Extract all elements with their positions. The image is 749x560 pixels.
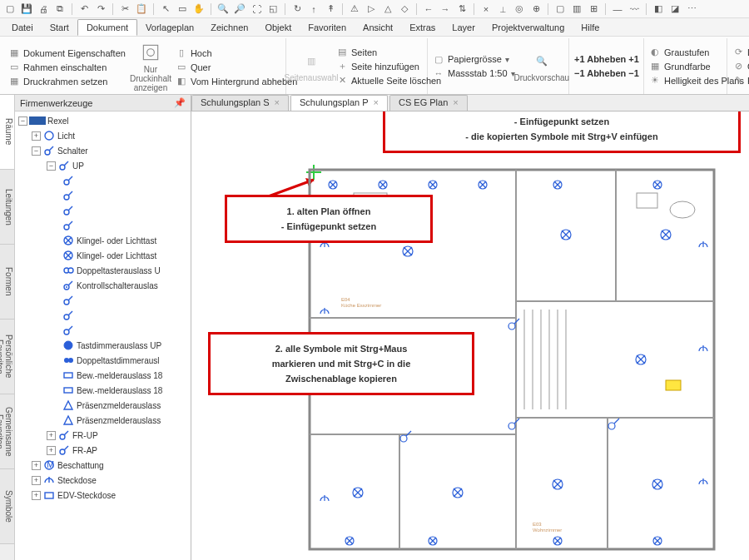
- cut-icon[interactable]: ✂: [118, 2, 131, 16]
- side-tab-rooms[interactable]: Räume: [0, 95, 14, 170]
- ribbon-orient-landscape[interactable]: ▭Quer: [176, 61, 297, 74]
- tree-item[interactable]: Doppeltastdimmerausl: [15, 353, 191, 368]
- marker-icon[interactable]: ◇: [398, 2, 411, 16]
- tool-icon[interactable]: ↑: [307, 2, 320, 16]
- tree-frap[interactable]: +FR-AP: [15, 443, 191, 458]
- misc1-icon[interactable]: ×: [479, 2, 493, 16]
- tree-frup[interactable]: +FR-UP: [15, 428, 191, 443]
- sq1-icon[interactable]: ▢: [553, 2, 567, 16]
- doc-tab-2[interactable]: CS EG Plan×: [389, 95, 468, 111]
- tree-item[interactable]: [15, 293, 191, 308]
- sq3-icon[interactable]: ⊞: [587, 2, 600, 16]
- ribbon-printframe[interactable]: ▦Druckrahmen setzen: [8, 75, 126, 88]
- tool2-icon[interactable]: ↟: [324, 2, 337, 16]
- ribbon-lift-up[interactable]: +1 Abheben +1: [574, 52, 639, 66]
- tree-item[interactable]: [15, 203, 191, 218]
- ribbon-papersize[interactable]: ▢Papiergrösse ▾: [433, 52, 515, 66]
- zoom-out-icon[interactable]: 🔎: [233, 2, 246, 16]
- ribbon-orient-portrait[interactable]: ▯Hoch: [176, 47, 297, 60]
- ribbon-edit-pos[interactable]: ✎Position bearbeiten: [732, 74, 749, 87]
- refresh-icon[interactable]: ↻: [290, 2, 304, 16]
- close-icon[interactable]: ×: [453, 97, 458, 107]
- tree-item[interactable]: Klingel- oder Lichttast: [15, 248, 191, 263]
- redo-icon[interactable]: ↷: [94, 2, 107, 16]
- copy-icon[interactable]: ⧉: [53, 2, 67, 16]
- warn-icon[interactable]: ⚠: [348, 2, 361, 16]
- tree-besch[interactable]: +MBeschattung: [15, 458, 191, 473]
- menu-hilfe[interactable]: Hilfe: [573, 20, 608, 35]
- tree-item[interactable]: [15, 173, 191, 188]
- tree-item[interactable]: Klingel- oder Lichttast: [15, 233, 191, 248]
- menu-start[interactable]: Start: [42, 20, 77, 35]
- pin-icon[interactable]: 📌: [174, 97, 186, 108]
- tree-item[interactable]: Präsenzmelderauslass: [15, 413, 191, 428]
- line-icon[interactable]: —: [611, 2, 624, 16]
- tree-item[interactable]: Tastdimmerauslass UP: [15, 338, 191, 353]
- menu-dokument[interactable]: Dokument: [77, 19, 137, 36]
- menu-favoriten[interactable]: Favoriten: [300, 20, 355, 35]
- undo-icon[interactable]: ↶: [77, 2, 91, 16]
- menu-extras[interactable]: Extras: [401, 20, 444, 35]
- ribbon-printonly[interactable]: Nur Druckinhaltanzeigen: [131, 40, 171, 94]
- menu-ansicht[interactable]: Ansicht: [355, 20, 401, 35]
- side-tab-lines[interactable]: Leitungen: [0, 170, 14, 245]
- tree-item[interactable]: [15, 308, 191, 323]
- side-tab-shapes[interactable]: Formen: [0, 245, 14, 320]
- doc-tab-0[interactable]: Schulungsplan S×: [191, 95, 289, 111]
- wave-icon[interactable]: 〰: [627, 2, 641, 16]
- menu-objekt[interactable]: Objekt: [256, 20, 300, 35]
- hand-icon[interactable]: ✋: [192, 2, 206, 16]
- zoom-in-icon[interactable]: 🔍: [216, 2, 230, 16]
- zoom-window-icon[interactable]: ◱: [266, 2, 280, 16]
- side-tab-shared[interactable]: Gemeinsame Favoriten: [0, 394, 14, 469]
- tool3-icon[interactable]: ⇅: [455, 2, 469, 16]
- ribbon-print-preview[interactable]: 🔍 Druckvorschau: [520, 40, 563, 92]
- ribbon-frame-on[interactable]: ▭Rahmen einschalten: [8, 61, 126, 74]
- tree-item[interactable]: Bew.-melderauslass 18: [15, 368, 191, 383]
- menu-projekt[interactable]: Projektverwaltung: [484, 20, 573, 35]
- clip-icon[interactable]: ◧: [652, 2, 665, 16]
- tree-edv[interactable]: +EDV-Steckdose: [15, 488, 191, 503]
- ribbon-angle[interactable]: ⟳Drehwinkel (°): [732, 46, 749, 59]
- tree-item[interactable]: [15, 188, 191, 203]
- drawing-canvas[interactable]: 3. neuen Plan öffnen und einmessen - Ein…: [191, 112, 749, 560]
- tree-schalter[interactable]: −Schalter: [15, 143, 191, 158]
- ribbon-doc-props[interactable]: ▦Dokument Eigenschaften: [8, 47, 126, 60]
- menu-zeichnen[interactable]: Zeichnen: [202, 20, 256, 35]
- zoom-fit-icon[interactable]: ⛶: [250, 2, 263, 16]
- tree-item[interactable]: Kontrollschalterauslas: [15, 278, 191, 293]
- menu-layer[interactable]: Layer: [444, 20, 484, 35]
- ribbon-scale[interactable]: ↔Massstab 1:50 ▾: [433, 67, 515, 80]
- misc3-icon[interactable]: ◎: [513, 2, 526, 16]
- close-icon[interactable]: ×: [374, 97, 379, 107]
- ribbon-lift-down[interactable]: −1 Abheben −1: [574, 67, 639, 80]
- side-tab-personal[interactable]: Persönliche Favoriten: [0, 320, 14, 394]
- tree-item[interactable]: [15, 218, 191, 233]
- close-icon[interactable]: ×: [275, 97, 280, 107]
- menu-vorlage[interactable]: Vorlageplan: [137, 20, 202, 35]
- pointer-icon[interactable]: ↖: [159, 2, 172, 16]
- misc2-icon[interactable]: ⟂: [496, 2, 509, 16]
- tree-item[interactable]: Doppeltasterauslass U: [15, 263, 191, 278]
- tri-icon[interactable]: △: [381, 2, 394, 16]
- ribbon-lift-bg[interactable]: ◧Vom Hintergrund abheben: [176, 75, 297, 88]
- tree-item[interactable]: Bew.-melderauslass 18: [15, 383, 191, 398]
- ribbon-zero-angle[interactable]: ⊘Grundrisswinkel nullen: [732, 60, 749, 73]
- tree-item[interactable]: [15, 323, 191, 338]
- erase-icon[interactable]: ◪: [668, 2, 682, 16]
- side-tab-symbols[interactable]: Symbole: [0, 469, 14, 544]
- tree-up[interactable]: −UP: [15, 158, 191, 173]
- ribbon-page-select[interactable]: ▥ Seitenauswahl: [291, 40, 331, 92]
- tree-item[interactable]: Präsenzmelderauslass: [15, 398, 191, 413]
- select-icon[interactable]: ▭: [176, 2, 189, 16]
- arrow-l-icon[interactable]: ←: [422, 2, 435, 16]
- print-icon[interactable]: 🖨: [37, 2, 50, 16]
- tree-steck[interactable]: +Steckdose: [15, 473, 191, 488]
- tree-root[interactable]: −Rexel: [15, 113, 191, 128]
- flag-icon[interactable]: ▷: [365, 2, 378, 16]
- more-icon[interactable]: ⋯: [685, 2, 698, 16]
- tree-licht[interactable]: +Licht: [15, 128, 191, 143]
- paste-icon[interactable]: 📋: [135, 2, 148, 16]
- misc4-icon[interactable]: ⊕: [529, 2, 543, 16]
- menu-datei[interactable]: Datei: [3, 20, 42, 35]
